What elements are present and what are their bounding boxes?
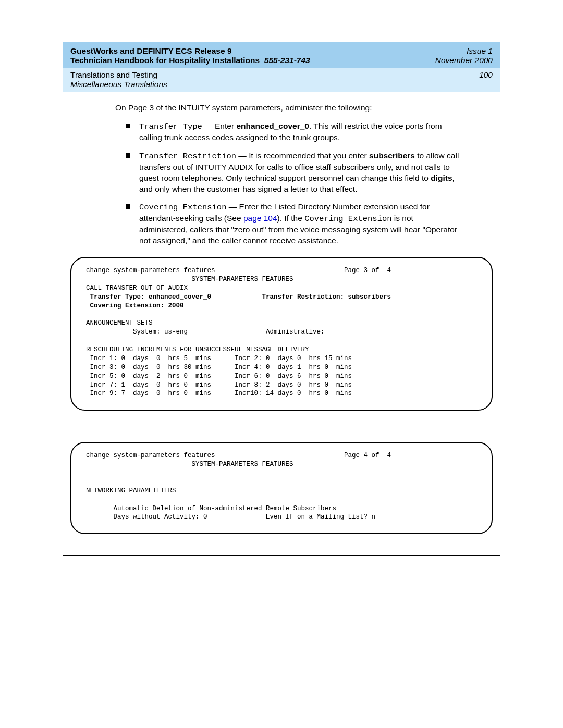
bullet-covering-extension: Covering Extension — Enter the Listed Di… — [126, 202, 463, 246]
term-line: RESCHEDULING INCREMENTS FOR UNSUCCESSFUL… — [86, 346, 309, 353]
term-line-bold: Transfer Type: enhanced_cover_0 — [86, 293, 211, 301]
header-left: GuestWorks and DEFINITY ECS Release 9 Te… — [70, 46, 310, 65]
term-line: NETWORKING PARAMETETERS — [86, 487, 176, 495]
issue-date: November 2000 — [435, 56, 493, 65]
value-enhanced-cover: enhanced_cover_0 — [236, 121, 309, 130]
header-right: Issue 1 November 2000 — [435, 46, 493, 65]
term-transfer-restriction: Transfer Restriction — [139, 152, 236, 161]
term-line: change system-parameters features Page 3… — [86, 267, 391, 274]
terminal-screen-page3: change system-parameters features Page 3… — [70, 257, 493, 411]
term-covering-extension: Covering Extension — [139, 203, 226, 212]
bullet-transfer-restriction: Transfer Restriction — It is recommended… — [126, 151, 463, 195]
doc-title: GuestWorks and DEFINITY ECS Release 9 — [70, 46, 310, 56]
bullet-transfer-type: Transfer Type — Enter enhanced_cover_0. … — [126, 121, 463, 143]
term-transfer-type: Transfer Type — [139, 122, 202, 131]
term-line: Days without Activity: 0 Even If on a Ma… — [86, 513, 375, 521]
value-digits: digits — [431, 174, 452, 182]
section-name-2: Miscellaneous Translations — [70, 80, 167, 89]
term-line: Incr 9: 7 days 0 hrs 0 mins Incr10: 14 d… — [86, 390, 352, 397]
header-bar-secondary: Translations and Testing Miscellaneous T… — [63, 68, 500, 92]
term-line: SYSTEM-PARAMETERS FEATURES — [86, 461, 293, 468]
issue-label: Issue 1 — [435, 46, 493, 56]
term-line: Incr 5: 0 days 2 hrs 0 mins Incr 6: 0 da… — [86, 373, 352, 380]
term-line-bold: Transfer Restriction: subscribers — [211, 293, 391, 301]
text-sep: — Enter — [202, 121, 236, 130]
term-line: Incr 1: 0 days 0 hrs 5 mins Incr 2: 0 da… — [86, 355, 352, 362]
page-number: 100 — [479, 70, 493, 80]
term-line: Incr 3: 0 days 0 hrs 30 mins Incr 4: 0 d… — [86, 364, 352, 371]
page-container: GuestWorks and DEFINITY ECS Release 9 Te… — [63, 42, 500, 556]
term-line: System: us-eng Administrative: — [86, 328, 325, 336]
header-bar-primary: GuestWorks and DEFINITY ECS Release 9 Te… — [63, 42, 500, 68]
term-line: CALL TRANSFER OUT OF AUDIX — [86, 285, 188, 292]
terminal-screen-page4: change system-parameters features Page 4… — [70, 442, 493, 534]
intro-paragraph: On Page 3 of the INTUITY system paramete… — [110, 103, 463, 114]
term-line: change system-parameters features Page 4… — [86, 452, 391, 459]
doc-subtitle: Technician Handbook for Hospitality Inst… — [70, 56, 260, 65]
text-sep: — It is recommended that you enter — [236, 151, 369, 160]
section-name-1: Translations and Testing — [70, 70, 167, 80]
header-section-block: Translations and Testing Miscellaneous T… — [70, 70, 167, 89]
term-line-bold: Covering Extension: 2000 — [86, 302, 184, 310]
value-subscribers: subscribers — [369, 151, 415, 160]
doc-subtitle-row: Technician Handbook for Hospitality Inst… — [70, 56, 310, 65]
term-line: ANNOUNCEMENT SETS — [86, 319, 153, 327]
term-line: Incr 7: 1 days 0 hrs 0 mins Incr 8: 2 da… — [86, 381, 352, 389]
link-page-104[interactable]: page 104 — [243, 214, 277, 223]
term-covering-extension-2: Covering Extension — [304, 214, 391, 224]
doc-number: 555-231-743 — [264, 56, 310, 65]
body-text: On Page 3 of the INTUITY system paramete… — [63, 92, 500, 246]
text-rest1: ). If the — [277, 214, 305, 223]
term-line: SYSTEM-PARAMETERS FEATURES — [86, 276, 293, 283]
term-line: Automatic Deletion of Non-administered R… — [86, 505, 336, 512]
bullet-list: Transfer Type — Enter enhanced_cover_0. … — [110, 121, 463, 246]
